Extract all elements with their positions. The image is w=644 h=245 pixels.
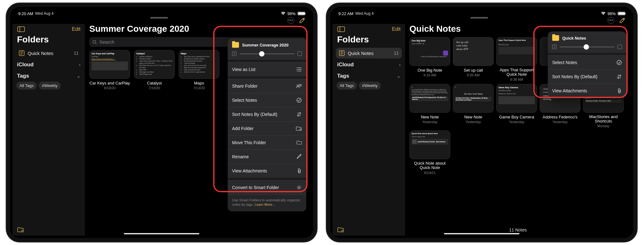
grid-small-icon	[552, 45, 557, 49]
tag-all[interactable]: All Tags	[336, 82, 357, 90]
new-folder-button[interactable]	[16, 224, 82, 236]
grid-large-icon	[618, 45, 622, 49]
menu-select-notes[interactable]: Select Notes	[228, 93, 306, 107]
checkmark-circle-icon	[616, 59, 622, 66]
more-button[interactable]: •••	[287, 17, 294, 24]
menu-convert-smart-folder[interactable]: Convert to Smart Folder	[228, 180, 306, 194]
menu-select-notes[interactable]: Select Notes	[548, 55, 626, 69]
battery-icon	[618, 12, 625, 15]
edit-button[interactable]: Edit	[392, 26, 401, 32]
sidebar-toggle-icon[interactable]	[337, 26, 345, 33]
svg-point-15	[617, 60, 621, 65]
compose-button[interactable]	[299, 17, 306, 24]
status-bar: 9:22 AM Wed Aug 4 98%	[333, 9, 631, 17]
ipad-right: 9:22 AM Wed Aug 4 98% ••• Edit Folders Q…	[326, 3, 637, 242]
note-card[interactable]: Car Keys and CarPlayCarPlayhttps://www.c…	[89, 50, 130, 90]
note-card[interactable]: Apps That Support Quick NotePlanning not…	[496, 37, 537, 81]
menu-share-folder[interactable]: Share Folder	[228, 79, 306, 93]
icloud-section[interactable]: iCloud›	[16, 58, 82, 70]
popover-title: Quick Notes	[562, 36, 586, 41]
sidebar-toggle-icon[interactable]	[17, 26, 25, 33]
popover-title: Summer Coverage 2020	[242, 43, 288, 47]
popover-footer: Use Smart Folders to automatically organ…	[228, 194, 306, 211]
note-card[interactable]: ❝As I wrote Monday, Marketers introduces…	[409, 84, 450, 128]
more-button[interactable]: •••	[608, 17, 614, 24]
menu-sort-notes[interactable]: Sort Notes By (Default)	[548, 69, 626, 84]
sidebar: Edit Folders Quick Notes 11 iCloud› Tags…	[333, 24, 405, 236]
grid-large-icon	[297, 52, 302, 56]
tag-all[interactable]: All Tags	[16, 82, 37, 90]
compose-button[interactable]	[619, 17, 626, 24]
folder-options-popover: Quick Notes Select Notes Sort Notes By (…	[548, 31, 626, 98]
tag-weekly[interactable]: #Weekly	[359, 82, 381, 90]
sidebar-item-quick-notes[interactable]: Quick Notes 11	[336, 48, 402, 58]
svg-point-6	[297, 85, 299, 86]
menu-move-folder[interactable]: Move This Folder	[228, 135, 306, 150]
menu-sort-notes[interactable]: Sort Notes By (Default)	[228, 107, 306, 121]
paperclip-icon	[296, 168, 302, 174]
svg-rect-0	[18, 27, 25, 32]
quick-notes-icon	[19, 50, 25, 56]
chevron-down-icon: ⌄	[77, 74, 80, 79]
note-card[interactable]: One Big NoteOpen CARROT ✪Check out NSUse…	[409, 37, 450, 81]
battery-icon	[297, 12, 305, 15]
menu-view-as-list[interactable]: View as List	[228, 62, 306, 76]
icloud-section[interactable]: iCloud›	[336, 58, 402, 70]
chevron-right-icon: ›	[399, 62, 401, 67]
tags-section[interactable]: Tags⌄	[336, 70, 402, 81]
note-card[interactable]: Quick Note about Quick NoteThis is a qui…	[409, 130, 450, 175]
folder-plus-icon	[296, 125, 302, 132]
chevron-right-icon: ›	[79, 62, 80, 67]
learn-more-link[interactable]: Learn More…	[255, 203, 276, 206]
sidebar-item-quick-notes[interactable]: Quick Notes 11	[16, 48, 82, 58]
search-icon	[92, 40, 97, 44]
grid-small-icon	[232, 52, 236, 56]
home-indicator[interactable]	[444, 233, 519, 234]
menu-add-folder[interactable]: Add Folder	[228, 121, 306, 135]
note-card[interactable]: MapsApp Clips can be displayed from Ma…D…	[179, 50, 219, 90]
svg-point-10	[298, 187, 300, 188]
ipad-left: 9:20 AM Wed Aug 4 98% ••• Edit Folders Q…	[6, 3, 317, 242]
svg-point-4	[93, 40, 96, 43]
quick-notes-icon	[339, 50, 345, 56]
tag-weekly[interactable]: #Weekly	[39, 82, 61, 90]
status-time: 9:20 AM	[18, 11, 33, 16]
battery-pct: 98%	[287, 11, 296, 16]
status-date: Wed Aug 4	[355, 11, 374, 16]
edit-button[interactable]: Edit	[72, 26, 80, 32]
sort-icon	[296, 111, 302, 117]
folder-icon	[232, 42, 239, 48]
folder-count: 11	[74, 51, 79, 56]
folders-title: Folders	[16, 33, 82, 48]
home-indicator[interactable]	[124, 233, 199, 234]
thumbnail-size-slider[interactable]	[240, 53, 294, 54]
share-icon	[296, 83, 302, 89]
folder-options-popover: Summer Coverage 2020 View as List Share …	[228, 38, 306, 211]
sidebar: Edit Folders Quick Notes 11 iCloud› Tags…	[13, 24, 85, 236]
gear-icon	[296, 184, 302, 191]
wifi-icon	[281, 12, 286, 15]
multitask-grabber[interactable]	[470, 17, 488, 19]
wifi-icon	[601, 12, 606, 15]
checkmark-circle-icon	[296, 97, 302, 103]
thumbnail-size-slider[interactable]	[560, 46, 614, 47]
menu-rename[interactable]: Rename	[228, 150, 306, 164]
search-placeholder: Search	[99, 39, 114, 45]
menu-view-attachments[interactable]: View Attachments	[228, 164, 306, 178]
status-date: Wed Aug 4	[35, 11, 54, 16]
note-card[interactable]: ❝The New York TimesThe New York Times - …	[453, 84, 494, 128]
note-card[interactable]: Set up callwith Johnabout ATPSet up call…	[453, 37, 494, 81]
main-panel: Summer Coverage 2020 Search Car Keys and…	[85, 24, 311, 236]
folder-icon	[552, 35, 559, 41]
note-card[interactable]: Catalystanswer to ElectronPractical solu…	[134, 50, 175, 90]
battery-pct: 98%	[608, 11, 616, 16]
menu-view-attachments[interactable]: View Attachments	[548, 84, 626, 98]
pencil-icon	[296, 154, 302, 160]
paperclip-icon	[616, 88, 622, 94]
note-card[interactable]: Game Boy CameraGameBoy cameraAdding to a…	[496, 84, 537, 128]
status-time: 9:22 AM	[338, 11, 353, 16]
multitask-grabber[interactable]	[150, 17, 168, 19]
tags-section[interactable]: Tags⌄	[16, 70, 82, 81]
new-folder-button[interactable]	[336, 224, 402, 236]
list-icon	[296, 66, 302, 73]
